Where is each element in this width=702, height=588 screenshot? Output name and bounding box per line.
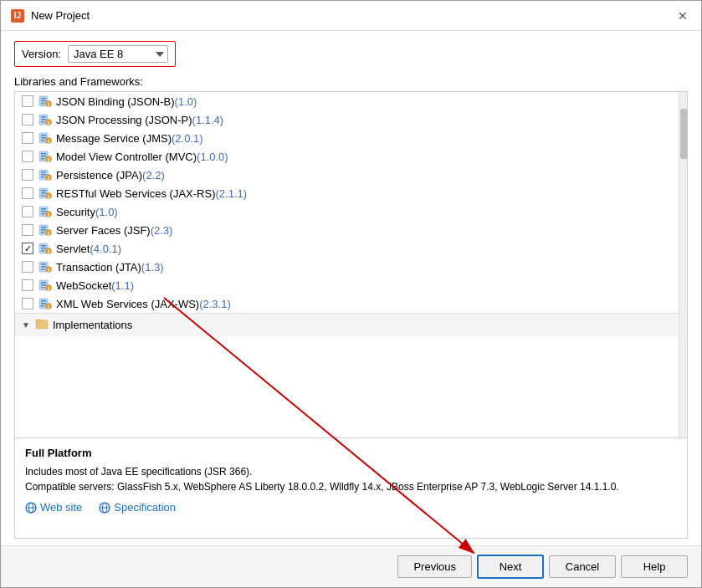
lib-icon-json-binding: J [38, 95, 52, 108]
version-row: Version: Java EE 8 Java EE 7 Java EE 6 [14, 41, 176, 67]
lib-name-message-service: Message Service (JMS) [56, 132, 172, 145]
lib-checkbox-xml-web[interactable] [22, 298, 33, 309]
info-links: Web site Specification [25, 501, 677, 514]
lib-item-transaction[interactable]: J Transaction (JTA) (1.3) [15, 258, 687, 276]
svg-rect-31 [41, 190, 46, 192]
lib-name-persistence: Persistence (JPA) [56, 169, 142, 182]
svg-rect-43 [41, 227, 46, 228]
lib-item-websocket[interactable]: J WebSocket (1.1) [15, 276, 687, 294]
chevron-icon: ▼ [22, 320, 30, 330]
lib-name-xml-web: XML Web Services (JAX-WS) [56, 298, 199, 310]
svg-rect-50 [41, 248, 46, 249]
svg-rect-1 [41, 98, 46, 100]
lib-checkbox-message-service[interactable] [22, 132, 33, 144]
svg-rect-13 [41, 135, 46, 136]
svg-text:J: J [48, 194, 50, 199]
svg-rect-63 [41, 287, 44, 289]
svg-rect-45 [41, 232, 44, 233]
lib-checkbox-json-processing[interactable] [22, 114, 33, 125]
lib-item-json-processing[interactable]: J JSON Processing (JSON-P) (1.1.4) [15, 110, 687, 129]
svg-text:J: J [48, 286, 50, 291]
lib-icon-message-service: J [38, 131, 52, 145]
lib-icon-websocket: J [38, 279, 52, 292]
lib-icon-security: J [38, 205, 52, 218]
lib-name-mvc: Model View Controller (MVC) [56, 151, 197, 163]
lib-item-message-service[interactable]: J Message Service (JMS) (2.0.1) [15, 129, 687, 147]
svg-rect-7 [41, 116, 46, 118]
lib-name-websocket: WebSocket [56, 279, 111, 292]
specification-link[interactable]: Specification [99, 501, 176, 514]
lib-name-server-faces: Server Faces (JSF) [56, 224, 151, 237]
lib-item-servlet[interactable]: J Servlet (4.0.1) [15, 239, 687, 258]
new-project-dialog: IJ New Project ✕ Version: Java EE 8 Java… [0, 0, 702, 588]
lib-item-security[interactable]: J Security (1.0) [15, 202, 687, 221]
svg-rect-21 [41, 158, 44, 160]
help-button[interactable]: Help [621, 555, 688, 578]
lib-name-security: Security [56, 206, 95, 218]
svg-rect-20 [41, 156, 46, 157]
implementations-row[interactable]: ▼ Implementations [15, 313, 687, 336]
svg-rect-8 [41, 119, 46, 120]
svg-rect-26 [41, 174, 46, 176]
svg-rect-61 [41, 282, 46, 284]
lib-checkbox-restful[interactable] [22, 187, 33, 199]
next-button[interactable]: Next [477, 555, 544, 579]
cancel-button[interactable]: Cancel [549, 555, 616, 578]
svg-rect-19 [41, 153, 46, 155]
lib-checkbox-mvc[interactable] [22, 151, 33, 162]
version-select[interactable]: Java EE 8 Java EE 7 Java EE 6 [68, 45, 168, 63]
website-link[interactable]: Web site [25, 501, 82, 514]
lib-version-json-processing: (1.1.4) [192, 114, 224, 126]
lib-items-container: J JSON Binding (JSON-B) (1.0) J JSON Pro… [15, 92, 687, 313]
lib-item-json-binding[interactable]: J JSON Binding (JSON-B) (1.0) [15, 92, 687, 110]
svg-text:J: J [48, 157, 50, 162]
lib-item-xml-web[interactable]: J XML Web Services (JAX-WS) (2.3.1) [15, 294, 687, 313]
lib-version-message-service: (2.0.1) [172, 132, 203, 145]
footer: Previous Next Cancel Help [1, 545, 701, 587]
svg-rect-27 [41, 176, 44, 178]
lib-checkbox-server-faces[interactable] [22, 224, 33, 236]
lib-checkbox-websocket[interactable] [22, 279, 33, 291]
svg-text:J: J [48, 139, 50, 144]
folder-icon [35, 317, 49, 333]
globe-icon [25, 502, 37, 514]
svg-text:J: J [48, 176, 50, 181]
lib-item-server-faces[interactable]: J Server Faces (JSF) (2.3) [15, 221, 687, 239]
svg-rect-69 [41, 305, 44, 307]
svg-rect-14 [41, 137, 46, 139]
lib-checkbox-servlet[interactable] [22, 243, 33, 254]
lib-version-servlet: (4.0.1) [90, 243, 121, 255]
svg-text:J: J [48, 212, 50, 217]
version-label: Version: [22, 48, 61, 60]
svg-rect-57 [41, 268, 44, 270]
lib-item-mvc[interactable]: J Model View Controller (MVC) (1.0.0) [15, 147, 687, 166]
scrollbar-thumb[interactable] [680, 109, 687, 159]
lib-icon-mvc: J [38, 150, 52, 163]
svg-rect-44 [41, 229, 46, 231]
svg-rect-2 [41, 100, 46, 102]
lib-item-restful[interactable]: J RESTful Web Services (JAX-RS) (2.1.1) [15, 184, 687, 202]
lib-version-xml-web: (2.3.1) [199, 298, 231, 310]
svg-rect-68 [41, 303, 46, 304]
lib-checkbox-json-binding[interactable] [22, 95, 33, 107]
svg-text:J: J [48, 268, 50, 273]
lib-version-mvc: (1.0.0) [197, 151, 228, 163]
lib-checkbox-transaction[interactable] [22, 261, 33, 273]
previous-button[interactable]: Previous [397, 555, 472, 578]
app-icon: IJ [11, 9, 24, 23]
lib-name-json-processing: JSON Processing (JSON-P) [56, 114, 192, 126]
lib-checkbox-persistence[interactable] [22, 169, 33, 181]
lib-icon-transaction: J [38, 260, 52, 274]
lib-item-persistence[interactable]: J Persistence (JPA) (2.2) [15, 166, 687, 184]
lib-version-persistence: (2.2) [142, 169, 165, 182]
lib-name-json-binding: JSON Binding (JSON-B) [56, 95, 175, 108]
info-panel: Full Platform Includes most of Java EE s… [14, 438, 688, 539]
svg-rect-33 [41, 195, 44, 197]
svg-rect-49 [41, 245, 46, 247]
lib-icon-xml-web: J [38, 297, 52, 310]
lib-checkbox-security[interactable] [22, 206, 33, 217]
close-button[interactable]: ✕ [674, 8, 691, 24]
svg-text:J: J [48, 249, 50, 254]
scrollbar-track[interactable] [679, 92, 687, 437]
lib-version-server-faces: (2.3) [151, 224, 173, 237]
